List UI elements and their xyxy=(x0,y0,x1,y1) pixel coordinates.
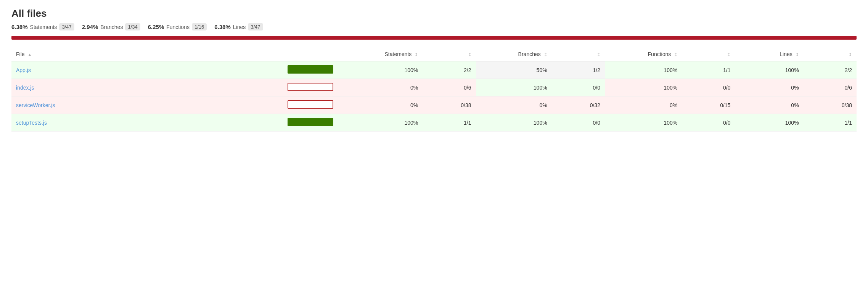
cell-br-pct: 50% xyxy=(476,61,552,79)
col-header-file[interactable]: File ▲ xyxy=(11,47,224,61)
cell-br-pct: 0% xyxy=(476,96,552,114)
functions-badge: 1/16 xyxy=(192,23,207,30)
cell-ln-frac: 2/2 xyxy=(804,61,857,79)
col-header-branches[interactable]: Branches ⇕ xyxy=(476,47,552,61)
col-header-functions[interactable]: Functions ⇕ xyxy=(605,47,682,61)
progress-bar-fill xyxy=(288,119,333,125)
cell-ln-pct: 100% xyxy=(735,61,803,79)
table-header-row: File ▲ Statements ⇕ ⇕ Branches ⇕ ⇕ Funct… xyxy=(11,47,857,61)
col-header-functions-frac[interactable]: ⇕ xyxy=(682,47,735,61)
statements-sort-icon[interactable]: ⇕ xyxy=(415,52,418,57)
cell-filename: setupTests.js xyxy=(11,114,224,132)
cell-fn-pct: 100% xyxy=(605,114,682,132)
cell-filename: serviceWorker.js xyxy=(11,96,224,114)
statements-badge: 3/47 xyxy=(59,23,74,30)
summary-bar: 6.38% Statements 3/47 2.94% Branches 1/3… xyxy=(11,23,857,30)
branches-sort-icon[interactable]: ⇕ xyxy=(544,52,547,57)
cell-st-frac: 2/2 xyxy=(423,61,476,79)
cell-ln-frac: 0/38 xyxy=(804,96,857,114)
cell-ln-pct: 100% xyxy=(735,114,803,132)
summary-branches: 2.94% Branches 1/34 xyxy=(82,23,140,30)
coverage-table: File ▲ Statements ⇕ ⇕ Branches ⇕ ⇕ Funct… xyxy=(11,47,857,132)
col-header-branches-frac[interactable]: ⇕ xyxy=(552,47,605,61)
col-header-statements[interactable]: Statements ⇕ xyxy=(338,47,423,61)
progress-bar xyxy=(288,118,333,126)
cell-filename: App.js xyxy=(11,61,224,79)
cell-br-frac: 0/0 xyxy=(552,114,605,132)
progress-bar xyxy=(288,83,333,91)
file-link[interactable]: serviceWorker.js xyxy=(16,102,55,108)
cell-st-pct: 0% xyxy=(338,96,423,114)
branches-label: Branches xyxy=(100,24,123,30)
cell-bar xyxy=(224,79,338,96)
cell-st-pct: 100% xyxy=(338,61,423,79)
cell-fn-frac: 0/0 xyxy=(682,114,735,132)
file-link[interactable]: index.js xyxy=(16,85,34,91)
lines-frac-sort-icon[interactable]: ⇕ xyxy=(849,52,852,57)
cell-bar xyxy=(224,96,338,114)
progress-bar xyxy=(288,65,333,74)
functions-frac-sort-icon[interactable]: ⇕ xyxy=(727,52,730,57)
file-link[interactable]: App.js xyxy=(16,67,31,73)
cell-ln-frac: 1/1 xyxy=(804,114,857,132)
summary-statements: 6.38% Statements 3/47 xyxy=(11,23,74,30)
summary-functions: 6.25% Functions 1/16 xyxy=(148,23,207,30)
cell-fn-pct: 100% xyxy=(605,79,682,96)
page-title: All files xyxy=(11,8,857,19)
cell-br-pct: 100% xyxy=(476,114,552,132)
cell-st-frac: 1/1 xyxy=(423,114,476,132)
progress-bar xyxy=(288,100,333,109)
cell-fn-frac: 0/0 xyxy=(682,79,735,96)
col-header-lines[interactable]: Lines ⇕ xyxy=(735,47,803,61)
cell-fn-pct: 100% xyxy=(605,61,682,79)
lines-sort-icon[interactable]: ⇕ xyxy=(796,52,799,57)
branches-badge: 1/34 xyxy=(125,23,140,30)
cell-br-pct: 100% xyxy=(476,79,552,96)
statements-frac-sort-icon[interactable]: ⇕ xyxy=(468,52,471,57)
functions-label: Functions xyxy=(166,24,190,30)
cell-bar xyxy=(224,114,338,132)
file-link[interactable]: setupTests.js xyxy=(16,120,47,126)
col-header-bar xyxy=(224,47,338,61)
cell-st-frac: 0/6 xyxy=(423,79,476,96)
lines-pct: 6.38% xyxy=(214,24,231,30)
statements-label: Statements xyxy=(30,24,57,30)
summary-lines: 6.38% Lines 3/47 xyxy=(214,23,263,30)
red-divider xyxy=(11,36,857,40)
cell-st-frac: 0/38 xyxy=(423,96,476,114)
progress-bar-fill xyxy=(288,66,333,73)
cell-ln-pct: 0% xyxy=(735,96,803,114)
cell-bar xyxy=(224,61,338,79)
cell-ln-pct: 0% xyxy=(735,79,803,96)
table-row: App.js 100% 2/2 50% 1/2 100% 1/1 100% 2/… xyxy=(11,61,857,79)
cell-filename: index.js xyxy=(11,79,224,96)
lines-label: Lines xyxy=(233,24,246,30)
branches-pct: 2.94% xyxy=(82,24,98,30)
file-sort-icon[interactable]: ▲ xyxy=(27,52,32,57)
cell-br-frac: 0/0 xyxy=(552,79,605,96)
cell-br-frac: 1/2 xyxy=(552,61,605,79)
cell-br-frac: 0/32 xyxy=(552,96,605,114)
col-header-lines-frac[interactable]: ⇕ xyxy=(804,47,857,61)
cell-ln-frac: 0/6 xyxy=(804,79,857,96)
statements-pct: 6.38% xyxy=(11,24,28,30)
cell-fn-frac: 1/1 xyxy=(682,61,735,79)
table-row: setupTests.js 100% 1/1 100% 0/0 100% 0/0… xyxy=(11,114,857,132)
functions-sort-icon[interactable]: ⇕ xyxy=(674,52,677,57)
functions-pct: 6.25% xyxy=(148,24,164,30)
lines-badge: 3/47 xyxy=(248,23,263,30)
cell-fn-pct: 0% xyxy=(605,96,682,114)
branches-frac-sort-icon[interactable]: ⇕ xyxy=(597,52,600,57)
table-row: serviceWorker.js 0% 0/38 0% 0/32 0% 0/15… xyxy=(11,96,857,114)
cell-fn-frac: 0/15 xyxy=(682,96,735,114)
table-row: index.js 0% 0/6 100% 0/0 100% 0/0 0% 0/6 xyxy=(11,79,857,96)
col-header-statements-frac[interactable]: ⇕ xyxy=(423,47,476,61)
cell-st-pct: 100% xyxy=(338,114,423,132)
cell-st-pct: 0% xyxy=(338,79,423,96)
